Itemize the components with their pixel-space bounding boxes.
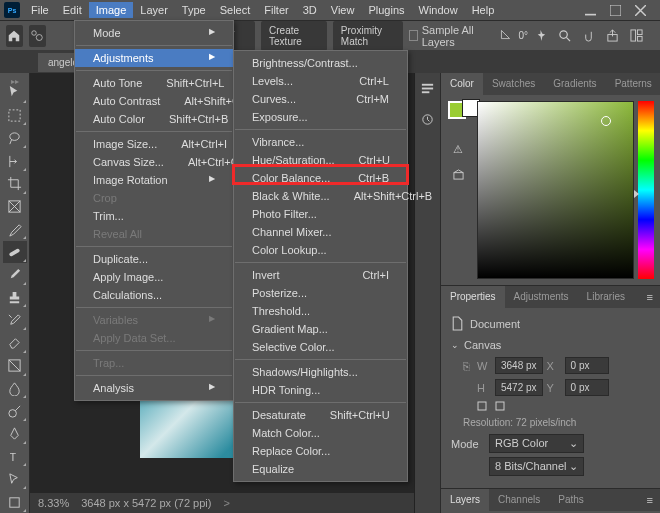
link-icon[interactable]: ⎘ bbox=[463, 360, 473, 372]
adj-menu-item-threshold[interactable]: Threshold... bbox=[234, 302, 407, 320]
search-icon[interactable] bbox=[558, 29, 572, 43]
status-arrow[interactable]: > bbox=[223, 497, 229, 509]
y-field[interactable]: 0 px bbox=[565, 379, 609, 396]
minimize-icon[interactable] bbox=[585, 5, 596, 16]
image-menu-item-image-rotation[interactable]: Image Rotation▶ bbox=[75, 171, 233, 189]
adj-menu-item-channel-mixer[interactable]: Channel Mixer... bbox=[234, 223, 407, 241]
menu-window[interactable]: Window bbox=[412, 2, 465, 18]
color-picker-ring[interactable] bbox=[601, 116, 611, 126]
menu-help[interactable]: Help bbox=[465, 2, 502, 18]
image-menu-item-mode[interactable]: Mode▶ bbox=[75, 24, 233, 42]
menu-3d[interactable]: 3D bbox=[296, 2, 324, 18]
adj-menu-item-levels[interactable]: Levels...Ctrl+L bbox=[234, 72, 407, 90]
panel-menu-icon[interactable]: ≡ bbox=[640, 489, 660, 511]
maximize-icon[interactable] bbox=[610, 5, 621, 16]
width-field[interactable]: 3648 px bbox=[495, 357, 543, 374]
pen-tool[interactable] bbox=[3, 423, 27, 445]
tab-patterns[interactable]: Patterns bbox=[606, 73, 660, 95]
eyedropper-tool[interactable] bbox=[3, 218, 27, 240]
menu-filter[interactable]: Filter bbox=[257, 2, 295, 18]
adj-menu-item-gradient-map[interactable]: Gradient Map... bbox=[234, 320, 407, 338]
type-tool[interactable]: T bbox=[3, 446, 27, 468]
path-tool[interactable] bbox=[3, 468, 27, 490]
menu-file[interactable]: File bbox=[24, 2, 56, 18]
pushpin-icon[interactable] bbox=[534, 29, 548, 43]
hand-icon[interactable] bbox=[582, 29, 596, 43]
history-brush-tool[interactable] bbox=[3, 309, 27, 331]
menu-layer[interactable]: Layer bbox=[133, 2, 175, 18]
menu-edit[interactable]: Edit bbox=[56, 2, 89, 18]
adj-menu-item-exposure[interactable]: Exposure... bbox=[234, 108, 407, 126]
menu-image[interactable]: Image bbox=[89, 2, 134, 18]
tab-paths[interactable]: Paths bbox=[549, 489, 593, 511]
orient-icon[interactable] bbox=[477, 401, 487, 411]
image-menu-item-auto-color[interactable]: Auto ColorShift+Ctrl+B bbox=[75, 110, 233, 128]
adj-menu-item-equalize[interactable]: Equalize bbox=[234, 460, 407, 478]
image-menu-item-auto-tone[interactable]: Auto ToneShift+Ctrl+L bbox=[75, 74, 233, 92]
adj-menu-item-photo-filter[interactable]: Photo Filter... bbox=[234, 205, 407, 223]
tab-layers[interactable]: Layers bbox=[441, 489, 489, 511]
color-field[interactable] bbox=[477, 101, 634, 279]
opt-create-texture[interactable]: Create Texture bbox=[261, 21, 327, 51]
close-icon[interactable] bbox=[635, 5, 646, 16]
adj-menu-item-color-balance[interactable]: Color Balance...Ctrl+B bbox=[234, 169, 407, 187]
adj-menu-item-replace-color[interactable]: Replace Color... bbox=[234, 442, 407, 460]
adj-menu-item-selective-color[interactable]: Selective Color... bbox=[234, 338, 407, 356]
adj-menu-item-hdr-toning[interactable]: HDR Toning... bbox=[234, 381, 407, 399]
adj-menu-item-invert[interactable]: InvertCtrl+I bbox=[234, 266, 407, 284]
adj-menu-item-brightness-contrast[interactable]: Brightness/Contrast... bbox=[234, 54, 407, 72]
menu-view[interactable]: View bbox=[324, 2, 362, 18]
move-tool[interactable] bbox=[3, 82, 27, 104]
adj-menu-item-curves[interactable]: Curves...Ctrl+M bbox=[234, 90, 407, 108]
angle-icon[interactable] bbox=[499, 28, 512, 43]
opt-proximity-match[interactable]: Proximity Match bbox=[333, 21, 403, 51]
tab-channels[interactable]: Channels bbox=[489, 489, 549, 511]
tab-color[interactable]: Color bbox=[441, 73, 483, 95]
tool-preset[interactable] bbox=[29, 25, 46, 47]
cube-icon[interactable] bbox=[453, 169, 467, 183]
stamp-tool[interactable] bbox=[3, 287, 27, 309]
frame-tool[interactable] bbox=[3, 196, 27, 218]
menu-select[interactable]: Select bbox=[213, 2, 258, 18]
adj-menu-item-shadows-highlights[interactable]: Shadows/Highlights... bbox=[234, 363, 407, 381]
image-menu-item-auto-contrast[interactable]: Auto ContrastAlt+Shift+Ctrl+L bbox=[75, 92, 233, 110]
adj-menu-item-color-lookup[interactable]: Color Lookup... bbox=[234, 241, 407, 259]
adj-menu-item-vibrance[interactable]: Vibrance... bbox=[234, 133, 407, 151]
adj-menu-item-hue-saturation[interactable]: Hue/Saturation...Ctrl+U bbox=[234, 151, 407, 169]
color-mode-select[interactable]: RGB Color⌄ bbox=[489, 434, 584, 453]
dodge-tool[interactable] bbox=[3, 400, 27, 422]
image-menu-item-trim[interactable]: Trim... bbox=[75, 207, 233, 225]
warning-icon[interactable]: ⚠ bbox=[453, 143, 467, 157]
tab-adjustments[interactable]: Adjustments bbox=[505, 286, 578, 308]
zoom-level[interactable]: 8.33% bbox=[38, 497, 69, 509]
image-menu-item-canvas-size[interactable]: Canvas Size...Alt+Ctrl+C bbox=[75, 153, 233, 171]
angle-value[interactable]: 0° bbox=[518, 30, 528, 41]
tab-gradients[interactable]: Gradients bbox=[544, 73, 605, 95]
home-button[interactable] bbox=[6, 25, 23, 47]
lasso-tool[interactable] bbox=[3, 127, 27, 149]
height-field[interactable]: 5472 px bbox=[495, 379, 543, 396]
opt-sample-all[interactable]: Sample All Layers bbox=[409, 24, 487, 48]
tab-properties[interactable]: Properties bbox=[441, 286, 505, 308]
orient-icon-2[interactable] bbox=[495, 401, 505, 411]
blur-tool[interactable] bbox=[3, 378, 27, 400]
menu-plugins[interactable]: Plugins bbox=[361, 2, 411, 18]
panel-icon-1[interactable] bbox=[420, 81, 435, 98]
image-menu-item-apply-image[interactable]: Apply Image... bbox=[75, 268, 233, 286]
bit-depth-select[interactable]: 8 Bits/Channel⌄ bbox=[489, 457, 584, 476]
adj-menu-item-black-white[interactable]: Black & White...Alt+Shift+Ctrl+B bbox=[234, 187, 407, 205]
panel-icon-2[interactable] bbox=[420, 112, 435, 129]
expand-icon[interactable]: ⌄ bbox=[451, 340, 459, 350]
panel-menu-icon[interactable]: ≡ bbox=[640, 286, 660, 308]
tab-swatches[interactable]: Swatches bbox=[483, 73, 544, 95]
adj-menu-item-match-color[interactable]: Match Color... bbox=[234, 424, 407, 442]
selection-tool[interactable] bbox=[3, 150, 27, 172]
image-menu-item-analysis[interactable]: Analysis▶ bbox=[75, 379, 233, 397]
hue-slider[interactable] bbox=[638, 101, 654, 279]
x-field[interactable]: 0 px bbox=[565, 357, 609, 374]
image-menu-item-adjustments[interactable]: Adjustments▶ bbox=[75, 49, 233, 67]
shape-tool[interactable] bbox=[3, 491, 27, 513]
healing-tool[interactable] bbox=[3, 241, 27, 263]
eraser-tool[interactable] bbox=[3, 332, 27, 354]
marquee-tool[interactable] bbox=[3, 105, 27, 127]
